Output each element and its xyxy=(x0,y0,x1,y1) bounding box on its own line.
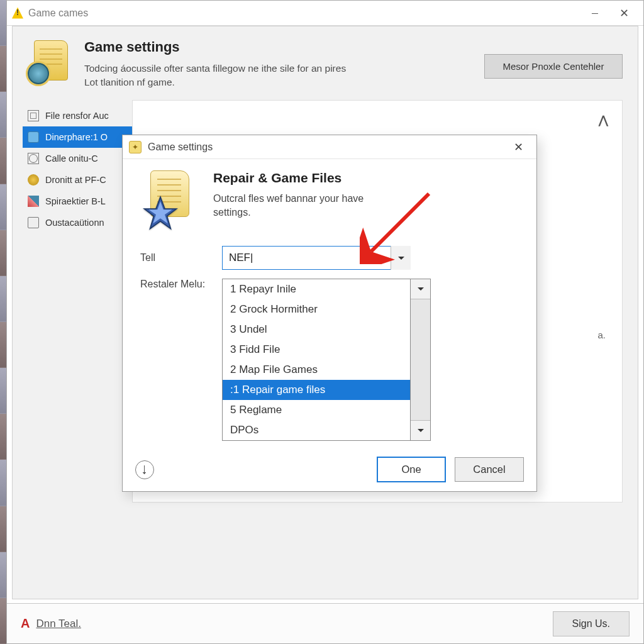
camera-icon xyxy=(28,131,39,143)
main-hint-text: a. xyxy=(597,330,606,340)
chevron-down-icon[interactable] xyxy=(391,246,411,270)
titlebar: Game cames ─ ✕ xyxy=(7,1,643,26)
sidebar-item-calle[interactable]: Calle onitu-C xyxy=(23,148,132,169)
coin-icon xyxy=(28,174,39,186)
tiles-icon xyxy=(28,196,39,207)
left-thumbnail-strip xyxy=(0,0,6,644)
dropdown-option[interactable]: 2 Map File Games xyxy=(223,360,410,380)
minimize-button[interactable]: ─ xyxy=(580,4,609,23)
dropdown-option-selected[interactable]: :1 Repair game files xyxy=(223,380,410,400)
sidebar-item-dronitt[interactable]: Dronitt at PF-C xyxy=(23,169,132,191)
tell-label: Tell xyxy=(140,252,222,264)
window-title: Game cames xyxy=(28,8,88,19)
sidebar-item-oustac[interactable]: Oustacaütionn xyxy=(23,212,132,233)
sidebar-item-dinerphare[interactable]: Dinerphare:1 O xyxy=(23,126,132,148)
dialog-app-icon xyxy=(129,141,142,153)
dialog-subtext: Outcral fles wef bannar your have settin… xyxy=(213,192,402,220)
restaler-label: Restaler Melu: xyxy=(140,279,222,290)
file-icon xyxy=(28,110,39,121)
repair-files-icon xyxy=(140,170,201,231)
tell-value[interactable]: NEF| xyxy=(222,246,411,270)
app-logo: A xyxy=(21,616,30,631)
close-button[interactable]: ✕ xyxy=(609,4,638,23)
collapse-caret-icon[interactable]: ⋀ xyxy=(599,113,608,127)
dropdown-option[interactable]: 5 Reglame xyxy=(223,400,410,420)
sidebar-item-spiraektier[interactable]: Spiraektier B-L xyxy=(23,191,132,212)
info-icon[interactable]: ⭣ xyxy=(135,460,154,479)
tell-combobox[interactable]: NEF| xyxy=(222,246,411,270)
globe-icon xyxy=(28,153,39,164)
dialog-title: Game settings xyxy=(148,142,213,153)
disk-icon xyxy=(28,217,39,228)
settings-folder-icon xyxy=(28,39,73,84)
scroll-track[interactable] xyxy=(411,299,430,420)
page-description: Todcing áocussile ofter santa fillegow n… xyxy=(84,62,348,89)
dropdown-scroll[interactable] xyxy=(411,279,431,441)
sidebar-item-file[interactable]: File rensfor Auc xyxy=(23,105,132,126)
cancel-button[interactable]: Cancel xyxy=(455,457,524,482)
ok-button[interactable]: One xyxy=(377,457,446,482)
dialog-close-button[interactable]: ✕ xyxy=(506,138,530,156)
page-header: Game settings Todcing áocussile ofter sa… xyxy=(13,26,638,100)
dialog-heading: Repair & Game Files xyxy=(213,170,402,186)
mesor-center-button[interactable]: Mesor Pnoxle Centehler xyxy=(484,54,623,79)
warning-icon xyxy=(12,8,23,19)
game-settings-dialog: Game settings ✕ Repair & Game Files Outc… xyxy=(122,135,537,492)
scroll-down-icon[interactable] xyxy=(411,420,430,440)
dialog-header: Repair & Game Files Outcral fles wef ban… xyxy=(140,170,519,231)
statusbar: A Dnn Teal. Sign Us. xyxy=(7,603,643,643)
status-link[interactable]: Dnn Teal. xyxy=(36,618,81,630)
page-title: Game settings xyxy=(84,39,348,55)
signus-button[interactable]: Sign Us. xyxy=(553,611,630,636)
dropdown-option[interactable]: 3 Undel xyxy=(223,319,410,340)
dropdown-option[interactable]: DPOs xyxy=(223,420,410,440)
dialog-titlebar: Game settings ✕ xyxy=(123,135,536,159)
sidebar: File rensfor Auc Dinerphare:1 O Calle on… xyxy=(13,100,132,233)
dropdown-option[interactable]: 3 Fidd File xyxy=(223,340,410,360)
scroll-up-icon[interactable] xyxy=(411,279,430,299)
dropdown-option[interactable]: 2 Grock Hormither xyxy=(223,299,410,319)
restaler-dropdown[interactable]: 1 Repayr Inile 2 Grock Hormither 3 Undel… xyxy=(222,279,411,441)
dropdown-option[interactable]: 1 Repayr Inile xyxy=(223,279,410,299)
dialog-footer: ⭣ One Cancel xyxy=(123,448,536,491)
